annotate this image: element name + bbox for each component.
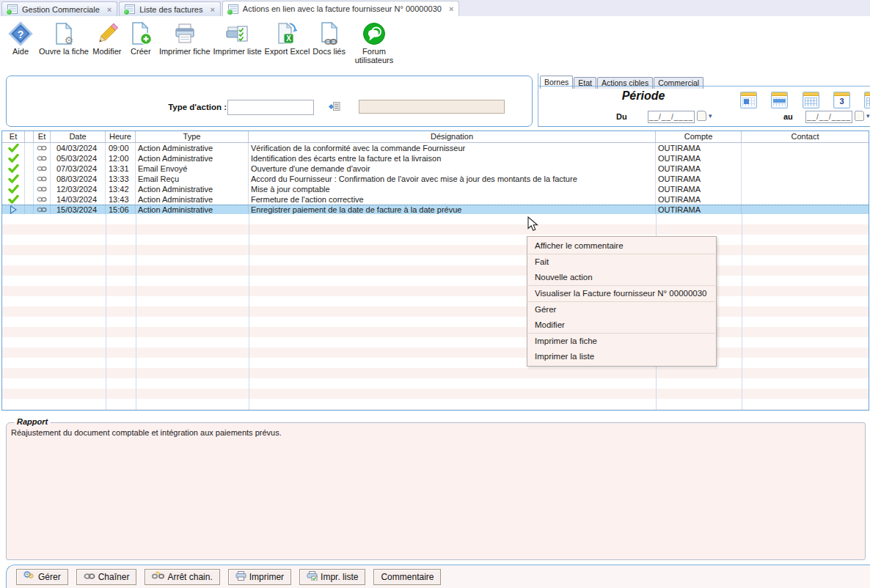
tab-bornes[interactable]: Bornes — [540, 76, 573, 89]
col-header-heure[interactable]: Heure — [106, 131, 136, 142]
table-row[interactable]: 07/03/2024 13:31 Email Envoyé Ouverture … — [2, 163, 869, 174]
table-row[interactable]: 05/03/2024 12:00 Action Administrative I… — [2, 153, 869, 163]
cell-heure: 13:33 — [106, 174, 136, 184]
cell-contact — [742, 194, 869, 205]
tab-actions-facture[interactable]: Actions en lien avec la facture fourniss… — [222, 1, 459, 16]
col-header-contact[interactable]: Contact — [742, 131, 869, 142]
tab-commercial[interactable]: Commercial — [654, 77, 703, 89]
col-header-designation[interactable]: Désignation — [249, 131, 656, 142]
tab-label: Actions en lien avec la facture fourniss… — [243, 4, 442, 13]
du-label: Du — [616, 112, 627, 121]
print-list-button[interactable]: Imprimer liste — [213, 21, 262, 56]
arret-chainage-button[interactable]: Arrêt chain. — [145, 569, 219, 585]
calendar-month-button[interactable] — [803, 92, 819, 109]
help-button[interactable]: ? Aide — [5, 21, 36, 56]
col-header-compte[interactable]: Compte — [656, 131, 742, 142]
cell-date: 08/03/2024 — [51, 174, 106, 184]
rapport-text[interactable]: Réajustement du document comptable et in… — [7, 423, 865, 438]
toolbar-label: Aide — [12, 47, 29, 56]
table-empty-area — [2, 214, 869, 410]
date-from-picker[interactable]: ▾ — [697, 111, 712, 121]
pencil-icon — [95, 21, 120, 46]
chain-link-icon — [34, 174, 51, 184]
cell-designation: Accord du Fournisseur : Confirmation de … — [249, 174, 656, 184]
date-to-input[interactable]: __/__/____ — [805, 111, 852, 123]
print-list-icon — [225, 21, 250, 46]
chain-icon — [84, 572, 95, 582]
chainer-button[interactable]: Chaîner — [76, 569, 137, 585]
cell-compte: OUTIRAMA — [656, 153, 742, 163]
linked-docs-button[interactable]: Docs liés — [312, 21, 346, 56]
close-icon[interactable]: × — [449, 4, 453, 13]
menu-item-modifier[interactable]: Modifier — [527, 317, 716, 333]
imprimer-button[interactable]: Imprimer — [228, 569, 291, 585]
table-row[interactable]: 12/03/2024 13:42 Action Administrative M… — [2, 184, 869, 194]
create-icon — [128, 21, 153, 46]
cell-contact — [742, 205, 869, 214]
app-window: Gestion Commerciale × Liste des factures… — [0, 0, 870, 588]
toolbar-label: Docs liés — [312, 47, 346, 56]
open-record-button[interactable]: ⚙ Ouvre la fiche — [39, 21, 89, 56]
user-forum-icon — [362, 21, 387, 46]
menu-item-imprimer-fiche[interactable]: Imprimer la fiche — [527, 334, 716, 349]
cell-type: Email Envoyé — [136, 163, 249, 174]
col-header-blank[interactable] — [25, 131, 34, 142]
bottom-action-bar: ⚙⚙ Gérer Chaîner Arrêt chain. Imprimer I… — [6, 565, 870, 588]
rapport-legend: Rapport — [14, 417, 51, 426]
main-toolbar: ? Aide ⚙ Ouvre la fiche — [0, 18, 870, 78]
tab-gestion-commerciale[interactable]: Gestion Commerciale × — [1, 1, 117, 16]
cell-heure: 13:43 — [106, 194, 136, 205]
menu-item-gerer[interactable]: Gérer — [527, 302, 716, 317]
table-row[interactable]: 08/03/2024 13:33 Email Reçu Accord du Fo… — [2, 174, 869, 184]
menu-item-fait[interactable]: Fait — [527, 254, 716, 270]
calendar-year-button[interactable] — [864, 92, 870, 109]
cell-compte: OUTIRAMA — [656, 205, 742, 214]
menu-item-nouvelle-action[interactable]: Nouvelle action — [527, 270, 716, 285]
gerer-button[interactable]: ⚙⚙ Gérer — [16, 569, 68, 585]
calendar-quarter-button[interactable]: 3 — [833, 92, 850, 109]
period-panel: Bornes Etat Actions cibles Commercial Pé… — [538, 73, 870, 127]
calendar-day-button[interactable] — [740, 92, 757, 109]
modify-button[interactable]: Modifier — [92, 21, 123, 56]
linked-docs-icon — [317, 21, 342, 46]
current-row-arrow-icon — [2, 205, 25, 214]
au-label: au — [783, 112, 793, 121]
create-button[interactable]: Créer — [125, 21, 156, 56]
close-icon[interactable]: × — [210, 5, 214, 14]
table-row-selected[interactable]: 15/03/2024 15:06 Action Administrative E… — [2, 205, 869, 215]
toolbar-label: Ouvre la fiche — [39, 47, 89, 56]
date-from-input[interactable]: __/__/____ — [648, 111, 695, 123]
user-forum-button[interactable]: Forum utilisateurs — [348, 21, 400, 65]
calendar-week-button[interactable] — [771, 92, 788, 109]
toolbar-label: Modifier — [92, 47, 121, 56]
print-record-button[interactable]: Imprimer fiche — [159, 21, 211, 56]
col-header-chain[interactable]: Et — [34, 131, 51, 142]
lookup-list-icon[interactable] — [327, 101, 340, 114]
commentaire-button[interactable]: Commentaire — [373, 569, 441, 585]
tab-liste-des-factures[interactable]: Liste des factures × — [119, 1, 221, 16]
cell-date: 04/03/2024 — [51, 143, 106, 153]
imprimer-liste-button[interactable]: Impr. liste — [299, 569, 365, 585]
toolbar-label: Imprimer liste — [213, 47, 262, 56]
cell-date: 15/03/2024 — [51, 205, 106, 214]
table-row[interactable]: 14/03/2024 13:43 Action Administrative F… — [2, 194, 869, 205]
excel-export-button[interactable]: X Export Excel — [265, 21, 310, 56]
col-header-type[interactable]: Type — [136, 131, 249, 142]
menu-item-afficher-commentaire[interactable]: Afficher le commentaire — [527, 238, 716, 254]
menu-item-visualiser-facture[interactable]: Visualiser la Facture fournisseur N° 000… — [527, 286, 716, 301]
cell-compte: OUTIRAMA — [656, 194, 742, 205]
rapport-fieldset: Rapport Réajustement du document comptab… — [6, 422, 866, 560]
tab-actions-cibles[interactable]: Actions cibles — [597, 77, 653, 89]
table-row[interactable]: 04/03/2024 09:00 Action Administrative V… — [2, 143, 869, 153]
tab-etat[interactable]: Etat — [574, 77, 596, 89]
date-to-picker[interactable]: ▾ — [855, 111, 870, 121]
cell-designation: Identification des écarts entre la factu… — [249, 153, 656, 163]
cell-contact — [742, 163, 869, 174]
col-header-status[interactable]: Et — [2, 131, 25, 142]
cell-compte: OUTIRAMA — [656, 143, 742, 153]
close-icon[interactable]: × — [107, 5, 112, 14]
type-action-input[interactable] — [227, 100, 314, 115]
col-header-date[interactable]: Date — [51, 131, 106, 142]
cell-type: Action Administrative — [136, 194, 249, 205]
menu-item-imprimer-liste[interactable]: Imprimer la liste — [527, 349, 716, 364]
